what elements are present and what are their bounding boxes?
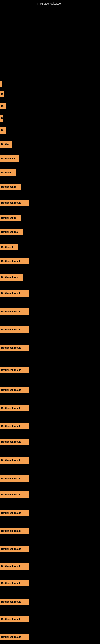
bar: Bottleneck result <box>0 405 29 411</box>
bar-row <box>0 80 1 88</box>
bar: B <box>0 91 3 98</box>
bar-row: Bo <box>0 127 6 134</box>
bar-row: Bottleneck re <box>0 183 21 190</box>
bar-row: Bottleneck result <box>0 563 29 570</box>
bar: Bottleneck result <box>0 580 29 586</box>
bar: Bottleneck <box>0 244 18 250</box>
bar-row: Bottleneck result <box>0 404 29 412</box>
bar-row: Bottleneck result <box>0 290 29 297</box>
bar-row: Bottleneck result <box>0 598 29 605</box>
bar: Bottleneck result <box>0 457 29 464</box>
bar: Bottleneck result <box>0 510 29 516</box>
bar: Bottleneck result <box>0 258 29 264</box>
bar: Bottleneck result <box>0 200 29 206</box>
bar-row: Bottleneck result <box>0 366 29 374</box>
bar: Bottleneck result <box>0 387 29 393</box>
bar: Bottleneck res <box>0 229 23 235</box>
bar <box>0 81 1 87</box>
bar: Bottleneck result <box>0 563 29 570</box>
bar-row: Bottleneck result <box>0 633 29 640</box>
site-title: TheBottlenecker.com <box>37 2 63 5</box>
bar-row: Bottleneck result <box>0 491 29 498</box>
bar-row: Bottleneck result <box>0 258 29 265</box>
bar-row: Bottleneck result <box>0 438 29 445</box>
bar-row: Bottleneck result <box>0 509 29 516</box>
bar: Bottleneck result <box>0 492 29 498</box>
bar: Bottleneck result <box>0 326 29 333</box>
bar: Bottleneck result <box>0 528 29 534</box>
bar-row: Bottleneck result <box>0 580 29 587</box>
bar-row: Bottlenec <box>0 169 16 176</box>
bar-row: Bottleneck res <box>0 274 23 281</box>
bar-row: Bottleneck re <box>0 214 21 222</box>
bar-row: Bottleneck <box>0 244 18 251</box>
bar-row: B <box>0 115 3 122</box>
bar: Bottleneck result <box>0 616 29 622</box>
bar-row: Bottleneck r <box>0 155 19 162</box>
bar-row: Bottleneck res <box>0 228 23 236</box>
bar-row: Bottleneck result <box>0 616 29 623</box>
bar: Bottleneck result <box>0 438 29 445</box>
bar: Bo <box>0 103 6 110</box>
bar: Bottleneck re <box>0 184 21 190</box>
bar: Bottleneck res <box>0 274 23 280</box>
bar-row: Bottleneck result <box>0 457 29 464</box>
bar: B <box>0 115 3 122</box>
bar: Bottleneck re <box>0 215 21 221</box>
bar-row: Bo <box>0 103 6 110</box>
bar: Bottleneck result <box>0 634 29 640</box>
bar-row: Bottleneck result <box>0 546 29 553</box>
bar: Bo <box>0 127 6 134</box>
bar: Bottlenec <box>0 170 16 176</box>
bar: Bottleneck result <box>0 308 29 315</box>
bar: Bottleneck result <box>0 423 29 430</box>
bar-row: Bottleneck result <box>0 422 29 430</box>
bar: Bottleneck result <box>0 344 29 351</box>
bar-row: Bottleneck result <box>0 199 29 206</box>
bar-row: Bottleneck result <box>0 326 29 333</box>
bar: Bottleneck result <box>0 598 29 605</box>
bar-row: Bottleneck result <box>0 344 29 352</box>
bar: Bottleneck r <box>0 155 19 162</box>
bar-row: B <box>0 90 3 98</box>
bar-row: Bottleneck result <box>0 386 29 394</box>
bar: Bottleneck result <box>0 475 29 482</box>
bar: Bottleneck result <box>0 290 29 297</box>
bar-row: Bottleneck result <box>0 527 29 534</box>
bar: Bottleneck result <box>0 367 29 373</box>
bar-row: Bottlen <box>0 141 12 148</box>
bar: Bottlen <box>0 141 12 148</box>
bar: Bottleneck result <box>0 546 29 552</box>
bar-row: Bottleneck result <box>0 308 29 315</box>
bar-row: Bottleneck result <box>0 475 29 482</box>
